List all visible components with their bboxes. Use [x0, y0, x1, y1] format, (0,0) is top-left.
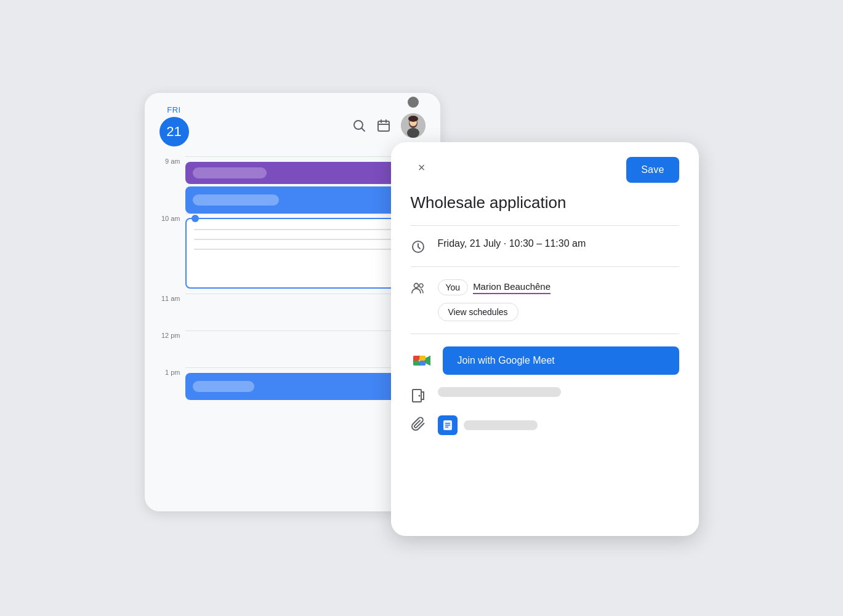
- svg-rect-19: [419, 356, 426, 361]
- svg-rect-18: [413, 356, 419, 361]
- time-label-9am: 9 am: [155, 156, 185, 165]
- header-icons: [352, 113, 426, 138]
- divider-1: [411, 225, 679, 226]
- attachment-placeholder: [464, 420, 538, 430]
- time-row-1pm: 1 pm: [155, 367, 430, 404]
- doc-icon: [438, 415, 458, 435]
- meet-row: Join with Google Meet: [411, 346, 679, 375]
- datetime-text: Friday, 21 July · 10:30 – 11:30 am: [438, 238, 586, 249]
- time-label-12pm: 12 pm: [155, 330, 185, 339]
- time-row-9am: 9 am: [155, 156, 430, 214]
- time-label-11am: 11 am: [155, 294, 185, 302]
- svg-rect-20: [413, 361, 419, 366]
- attendees-list: You Marion Beauchêne: [438, 279, 679, 295]
- datetime-row: Friday, 21 July · 10:30 – 11:30 am: [411, 238, 679, 254]
- time-row-11am: 11 am: [155, 294, 430, 330]
- time-row-10am: 10 am: [155, 214, 430, 294]
- time-label-1pm: 1 pm: [155, 367, 185, 376]
- svg-point-24: [418, 395, 420, 397]
- location-row: [411, 387, 679, 403]
- attendees-content: You Marion Beauchêne View schedules: [438, 279, 679, 321]
- drag-handle-top[interactable]: [192, 215, 199, 222]
- day-number: 21: [159, 117, 189, 146]
- google-meet-icon: [411, 350, 433, 372]
- svg-point-13: [419, 284, 423, 287]
- svg-point-9: [407, 128, 419, 138]
- detail-header: × Save: [411, 157, 679, 183]
- svg-rect-21: [419, 361, 426, 366]
- svg-rect-2: [378, 121, 389, 131]
- svg-point-10: [408, 116, 418, 122]
- divider-2: [411, 266, 679, 267]
- clock-icon: [411, 239, 426, 254]
- svg-point-12: [414, 284, 418, 288]
- event-purple-inner: [193, 167, 267, 178]
- view-schedules-button[interactable]: View schedules: [438, 303, 518, 321]
- event-title: Wholesale application: [411, 193, 679, 214]
- attachment-row: [411, 415, 679, 435]
- close-button[interactable]: ×: [411, 157, 433, 179]
- event-blue-dark-inner: [193, 194, 279, 206]
- search-icon[interactable]: [352, 118, 366, 133]
- svg-line-1: [361, 129, 365, 132]
- join-meet-button[interactable]: Join with Google Meet: [443, 346, 679, 375]
- line-2: [194, 239, 422, 240]
- attachment-content: [438, 415, 538, 435]
- event-detail-card: × Save Wholesale application Friday, 21 …: [391, 142, 699, 536]
- attendee-marion: Marion Beauchêne: [473, 281, 551, 294]
- attendees-row: You Marion Beauchêne View schedules: [411, 279, 679, 321]
- location-content: [438, 387, 679, 397]
- attendee-you: You: [438, 279, 469, 295]
- line-1: [194, 229, 422, 230]
- line-3: [194, 249, 422, 250]
- paperclip-icon: [411, 417, 426, 431]
- location-placeholder: [438, 387, 561, 397]
- calendar-icon[interactable]: [376, 118, 391, 133]
- divider-3: [411, 334, 679, 334]
- time-row-12pm: 12 pm: [155, 330, 430, 367]
- time-label-10am: 10 am: [155, 214, 185, 222]
- avatar[interactable]: [401, 113, 426, 138]
- day-name: FRI: [167, 105, 180, 114]
- people-icon: [411, 281, 426, 295]
- event-blue-light-inner: [193, 381, 254, 392]
- save-button[interactable]: Save: [626, 157, 679, 183]
- door-icon: [411, 388, 426, 403]
